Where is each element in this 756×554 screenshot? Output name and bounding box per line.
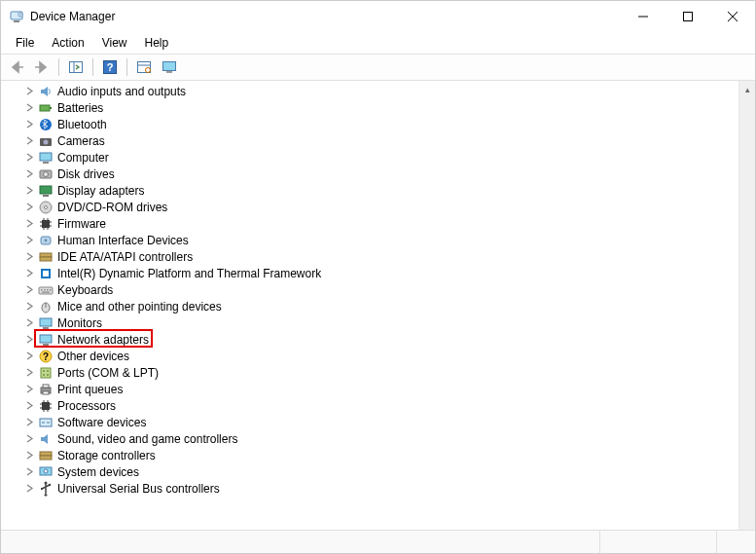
svg-point-59 [43,370,45,372]
tree-node[interactable]: Storage controllers [20,447,755,463]
svg-point-61 [43,374,45,376]
tree-node[interactable]: Human Interface Devices [20,232,755,248]
tree-node[interactable]: DVD/CD-ROM drives [20,199,755,215]
minimize-button[interactable] [621,1,666,32]
tree-node[interactable]: Universal Serial Bus controllers [20,480,755,497]
device-tree[interactable]: Audio inputs and outputsBatteriesBluetoo… [1,83,755,497]
svg-point-80 [45,481,48,484]
svg-rect-76 [40,452,52,456]
expand-chevron-icon[interactable] [22,201,36,214]
expand-chevron-icon[interactable] [22,250,36,264]
svg-rect-17 [50,107,52,109]
tree-node[interactable]: System devices [20,463,755,480]
maximize-button[interactable] [666,1,710,32]
tree-node[interactable]: Display adapters [20,182,755,199]
expand-chevron-icon[interactable] [22,449,36,462]
expand-chevron-icon[interactable] [22,482,36,496]
vertical-scrollbar[interactable]: ▴ [738,81,755,530]
tree-node[interactable]: Batteries [20,99,755,116]
svg-rect-47 [47,289,49,291]
warning-icon: ? [38,349,54,364]
expand-chevron-icon[interactable] [22,350,36,363]
tree-node[interactable]: Print queues [20,381,755,397]
expand-chevron-icon[interactable] [22,118,36,131]
expand-chevron-icon[interactable] [22,316,36,330]
tree-node[interactable]: IDE ATA/ATAPI controllers [20,248,755,265]
tree-node[interactable]: Computer [20,149,755,166]
tree-node-label: Batteries [57,101,103,115]
tree-node[interactable]: Software devices [20,414,755,430]
expand-chevron-icon[interactable] [22,300,36,314]
svg-rect-40 [40,253,52,257]
tree-node-label: DVD/CD-ROM drives [57,201,167,214]
monitor-icon-button[interactable] [158,56,181,78]
svg-rect-75 [40,419,52,426]
svg-rect-43 [43,271,49,277]
tree-node-label: Computer [57,151,109,165]
expand-chevron-icon[interactable] [22,465,36,479]
expand-chevron-icon[interactable] [22,134,36,148]
tree-node[interactable]: Keyboards [20,281,755,298]
svg-rect-58 [41,368,51,378]
scroll-up-arrow-icon[interactable]: ▴ [739,81,755,97]
expand-chevron-icon[interactable] [22,399,36,413]
tree-node[interactable]: Firmware [20,215,755,232]
status-cell [716,531,755,553]
svg-point-39 [45,239,48,241]
expand-chevron-icon[interactable] [22,167,36,181]
cpu-icon [38,398,54,414]
tree-node[interactable]: Audio inputs and outputs [20,83,755,99]
tree-node-label: Intel(R) Dynamic Platform and Thermal Fr… [57,267,321,280]
scan-hardware-button[interactable] [132,56,156,78]
expand-chevron-icon[interactable] [22,383,36,396]
expand-chevron-icon[interactable] [22,267,36,280]
menu-file[interactable]: File [7,34,43,52]
expand-chevron-icon[interactable] [22,283,36,297]
close-button[interactable] [710,1,755,32]
tree-node-label: Display adapters [57,184,144,198]
tree-node-label: System devices [57,465,139,479]
bluetooth-icon [38,117,54,132]
svg-rect-53 [43,327,49,329]
computer-icon [38,150,54,166]
tree-node[interactable]: ?Other devices [20,348,755,364]
expand-chevron-icon[interactable] [22,416,36,429]
tree-node[interactable]: Processors [20,397,755,414]
expand-chevron-icon[interactable] [22,234,36,247]
svg-rect-66 [42,402,50,410]
expand-chevron-icon[interactable] [22,366,36,380]
expand-chevron-icon[interactable] [22,432,36,446]
tree-node[interactable]: Network adapters [20,331,755,348]
menu-help[interactable]: Help [136,34,178,52]
show-hide-console-button[interactable] [64,56,88,78]
forward-button[interactable] [30,56,54,78]
help-button[interactable]: ? [98,56,122,78]
tree-node[interactable]: Intel(R) Dynamic Platform and Thermal Fr… [20,265,755,281]
expand-chevron-icon[interactable] [22,184,36,198]
menu-view[interactable]: View [93,34,136,52]
tree-node[interactable]: Sound, video and game controllers [20,430,755,447]
tree-node-label: Disk drives [57,167,115,181]
expand-chevron-icon[interactable] [22,217,36,231]
disk-icon [38,166,54,182]
expand-chevron-icon[interactable] [22,333,36,347]
expand-chevron-icon[interactable] [22,85,36,98]
svg-rect-7 [70,62,83,73]
back-button[interactable] [5,56,28,78]
tree-node-label: Ports (COM & LPT) [57,366,159,380]
tree-node[interactable]: Disk drives [20,166,755,182]
speaker-icon [38,84,54,99]
svg-point-20 [44,139,49,144]
tree-node[interactable]: Bluetooth [20,116,755,132]
content-area: Audio inputs and outputsBatteriesBluetoo… [1,81,755,530]
tree-node[interactable]: Cameras [20,132,755,149]
tree-node[interactable]: Ports (COM & LPT) [20,364,755,381]
tree-node-label: Monitors [57,316,102,330]
tree-node[interactable]: Monitors [20,314,755,331]
svg-rect-64 [43,385,49,388]
expand-chevron-icon[interactable] [22,101,36,115]
tree-node[interactable]: Mice and other pointing devices [20,298,755,314]
menu-action[interactable]: Action [43,34,92,52]
expand-chevron-icon[interactable] [22,151,36,165]
toolbar-separator [58,58,59,76]
